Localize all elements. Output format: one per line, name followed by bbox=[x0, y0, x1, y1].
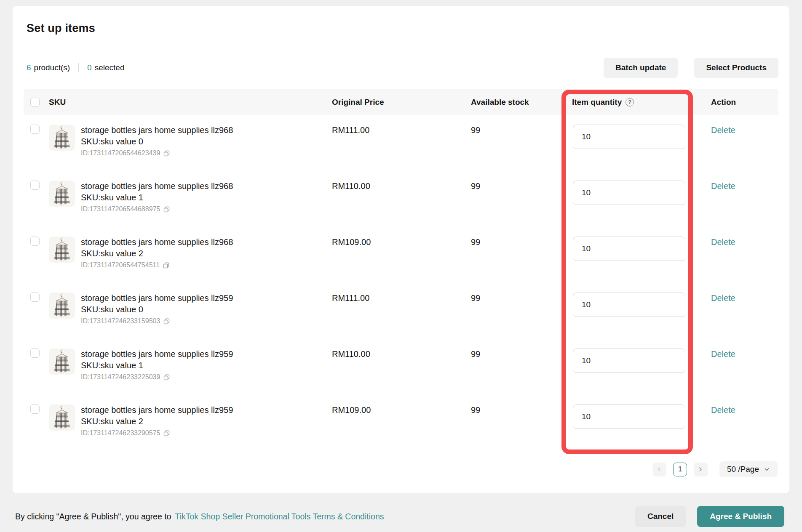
product-name: storage bottles jars home supplies llz95… bbox=[81, 404, 233, 416]
agreement-text: By clicking "Agree & Publish", you agree… bbox=[15, 512, 384, 521]
select-all-checkbox[interactable] bbox=[30, 98, 40, 107]
button-divider bbox=[686, 61, 686, 74]
copy-icon[interactable] bbox=[163, 206, 170, 213]
quantity-input[interactable] bbox=[573, 181, 685, 205]
original-price: RM109.00 bbox=[332, 404, 471, 416]
delete-link[interactable]: Delete bbox=[711, 237, 735, 247]
original-price: RM111.00 bbox=[332, 125, 471, 136]
quantity-input[interactable] bbox=[573, 404, 685, 429]
available-stock: 99 bbox=[471, 404, 572, 416]
copy-icon[interactable] bbox=[163, 318, 170, 325]
product-id: ID:1731147206544623439 bbox=[81, 149, 160, 158]
product-name: storage bottles jars home supplies llz95… bbox=[81, 348, 233, 360]
product-image bbox=[49, 404, 75, 431]
product-id: ID:1731147246233225039 bbox=[81, 372, 160, 382]
column-header-action: Action bbox=[711, 98, 778, 107]
original-price: RM110.00 bbox=[332, 181, 471, 192]
question-circle-icon[interactable]: ? bbox=[626, 98, 634, 106]
row-checkbox-cell bbox=[24, 125, 49, 134]
product-id: ID:1731147206544754511 bbox=[81, 261, 160, 270]
stats-toolbar-row: 6 product(s) 0 selected Batch update Sel… bbox=[27, 58, 778, 78]
quantity-cell bbox=[572, 348, 711, 373]
product-sku: SKU:sku value 0 bbox=[81, 304, 233, 315]
available-stock: 99 bbox=[471, 181, 572, 192]
quantity-cell bbox=[572, 125, 711, 149]
delete-link[interactable]: Delete bbox=[711, 405, 735, 415]
sku-cell: storage bottles jars home supplies llz95… bbox=[49, 404, 332, 438]
row-checkbox[interactable] bbox=[30, 404, 40, 414]
row-checkbox[interactable] bbox=[30, 237, 40, 246]
column-header-price: Original Price bbox=[332, 98, 471, 107]
product-image bbox=[49, 348, 75, 375]
select-products-button[interactable]: Select Products bbox=[694, 58, 778, 78]
table-body: storage bottles jars home supplies llz96… bbox=[24, 115, 778, 451]
quantity-input[interactable] bbox=[573, 293, 685, 317]
pagination: 1 50 /Page bbox=[24, 461, 778, 477]
agreement-prefix: By clicking "Agree & Publish", you agree… bbox=[15, 512, 171, 521]
page-size-value: 50 /Page bbox=[727, 465, 759, 474]
action-cell: Delete bbox=[711, 348, 778, 360]
row-checkbox[interactable] bbox=[30, 348, 40, 358]
product-name: storage bottles jars home supplies llz95… bbox=[81, 293, 233, 304]
product-count-label: product(s) bbox=[34, 63, 70, 72]
batch-update-button[interactable]: Batch update bbox=[604, 58, 678, 78]
row-checkbox-cell bbox=[24, 348, 49, 358]
delete-link[interactable]: Delete bbox=[711, 349, 735, 359]
product-count-number: 6 bbox=[27, 63, 31, 72]
quantity-input[interactable] bbox=[573, 237, 685, 261]
row-checkbox[interactable] bbox=[30, 181, 40, 190]
quantity-header-label: Item quantity bbox=[572, 98, 622, 107]
agree-publish-button[interactable]: Agree & Publish bbox=[697, 506, 784, 527]
table-row: storage bottles jars home supplies llz95… bbox=[24, 339, 778, 395]
original-price: RM109.00 bbox=[332, 237, 471, 248]
action-cell: Delete bbox=[711, 293, 778, 304]
sku-cell: storage bottles jars home supplies llz95… bbox=[49, 348, 332, 382]
product-sku: SKU:sku value 0 bbox=[81, 136, 233, 147]
delete-link[interactable]: Delete bbox=[711, 181, 735, 191]
copy-icon[interactable] bbox=[163, 150, 170, 157]
cancel-button[interactable]: Cancel bbox=[635, 506, 686, 527]
quantity-input[interactable] bbox=[573, 125, 685, 149]
product-count: 6 product(s) bbox=[27, 63, 70, 72]
header-checkbox-cell bbox=[24, 97, 49, 107]
delete-link[interactable]: Delete bbox=[711, 125, 735, 135]
quantity-cell bbox=[572, 404, 711, 429]
copy-icon[interactable] bbox=[163, 374, 170, 381]
table-row: storage bottles jars home supplies llz95… bbox=[24, 395, 778, 451]
product-sku: SKU:sku value 2 bbox=[81, 248, 233, 259]
row-checkbox[interactable] bbox=[30, 293, 40, 302]
product-name: storage bottles jars home supplies llz96… bbox=[81, 237, 233, 248]
action-cell: Delete bbox=[711, 125, 778, 136]
table-row: storage bottles jars home supplies llz96… bbox=[24, 227, 778, 283]
sku-cell: storage bottles jars home supplies llz96… bbox=[49, 125, 332, 158]
table-row: storage bottles jars home supplies llz95… bbox=[24, 283, 778, 339]
page-size-select[interactable]: 50 /Page bbox=[719, 461, 778, 477]
available-stock: 99 bbox=[471, 237, 572, 248]
row-checkbox-cell bbox=[24, 404, 49, 414]
column-header-quantity: Item quantity ? bbox=[572, 98, 711, 107]
sku-cell: storage bottles jars home supplies llz95… bbox=[49, 293, 332, 326]
action-cell: Delete bbox=[711, 181, 778, 192]
copy-icon[interactable] bbox=[163, 262, 170, 269]
available-stock: 99 bbox=[471, 348, 572, 360]
next-page-button[interactable] bbox=[694, 463, 708, 476]
row-checkbox-cell bbox=[24, 181, 49, 190]
original-price: RM111.00 bbox=[332, 293, 471, 304]
terms-link[interactable]: TikTok Shop Seller Promotional Tools Ter… bbox=[175, 512, 384, 521]
current-page-button[interactable]: 1 bbox=[673, 463, 687, 476]
product-sku: SKU:sku value 1 bbox=[81, 360, 233, 371]
product-sku: SKU:sku value 1 bbox=[81, 192, 233, 203]
chevron-down-icon bbox=[764, 466, 770, 473]
sku-cell: storage bottles jars home supplies llz96… bbox=[49, 237, 332, 270]
prev-page-button[interactable] bbox=[652, 463, 666, 476]
quantity-cell bbox=[572, 181, 711, 205]
selected-count-label: selected bbox=[95, 63, 125, 72]
product-image bbox=[49, 125, 75, 151]
copy-icon[interactable] bbox=[163, 430, 170, 437]
delete-link[interactable]: Delete bbox=[711, 293, 735, 303]
row-checkbox[interactable] bbox=[30, 125, 40, 134]
chevron-right-icon bbox=[698, 466, 703, 472]
quantity-input[interactable] bbox=[573, 348, 685, 373]
original-price: RM110.00 bbox=[332, 348, 471, 360]
setup-items-card: Set up items 6 product(s) 0 selected Bat… bbox=[13, 6, 789, 493]
